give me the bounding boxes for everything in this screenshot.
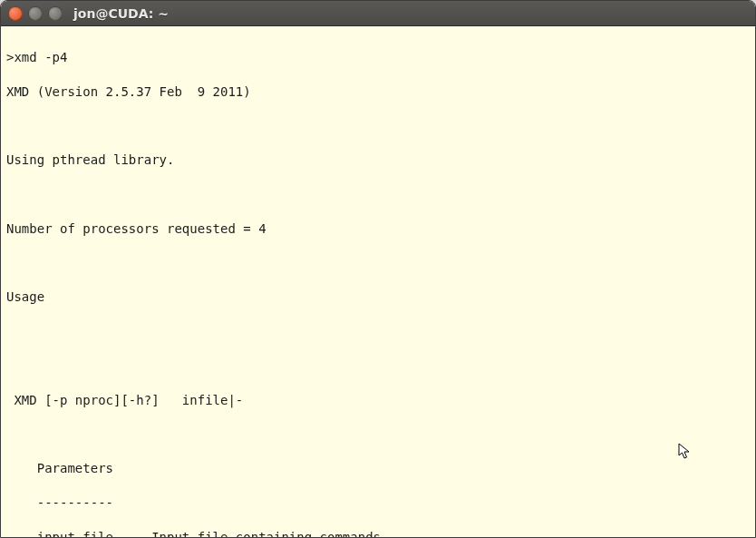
terminal-window: jon@CUDA: ~ > XMD (Version 2.5.37 Feb 9 … [0,0,756,538]
output-line: Parameters [6,460,750,477]
close-icon[interactable] [8,6,23,21]
window-title: jon@CUDA: ~ [73,6,169,21]
output-line [6,255,750,272]
output-line [6,357,750,375]
minimize-icon[interactable] [28,6,43,21]
output-line: Using pthread library. [6,152,750,169]
output-line [6,117,750,134]
titlebar: jon@CUDA: ~ [1,1,755,26]
output-line [6,323,750,340]
output-line: Number of processors requested = 4 [6,220,750,238]
output-line [6,426,750,443]
shell-prompt: > [6,49,14,66]
output-line: Usage [6,289,750,306]
shell-command-input[interactable] [14,49,683,66]
output-line: XMD (Version 2.5.37 Feb 9 2011) [6,83,750,101]
shell-prompt-line: > [6,49,750,66]
output-line: ---------- [6,494,750,512]
output-line [6,186,750,203]
output-line: XMD [-p nproc][-h?] infile|- [6,392,750,409]
output-line: input_file Input file containing command… [6,529,750,537]
terminal-viewport[interactable]: > XMD (Version 2.5.37 Feb 9 2011) Using … [1,26,755,537]
maximize-icon[interactable] [48,6,63,21]
